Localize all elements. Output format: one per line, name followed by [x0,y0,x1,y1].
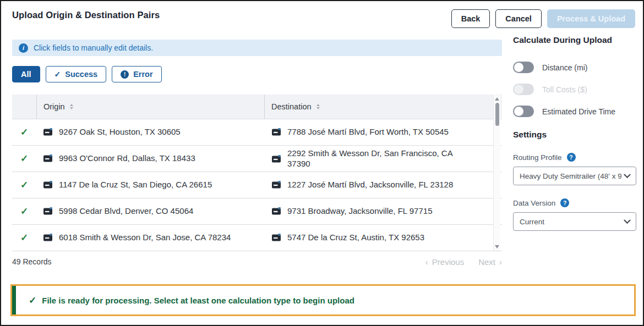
toggle-row: Estimated Drive Time [513,106,637,117]
calculate-during-upload-heading: Calculate During Upload [513,35,637,45]
destination-cell: 2292 Smith & Wesson Dr, San Francisco, C… [264,148,502,169]
chevron-down-icon [624,217,631,224]
address-card-icon [272,207,281,215]
help-icon[interactable]: ? [560,198,569,207]
toggle-label: Distance (mi) [542,63,587,72]
origin-address[interactable]: 9267 Oak St, Houston, TX 30605 [59,127,181,137]
filter-error[interactable]: ! Error [112,66,161,82]
toggle-label: Toll Costs ($) [542,85,587,94]
toolbar: Back Cancel Process & Upload [451,9,635,28]
origin-cell: 9963 O'Connor Rd, Dallas, TX 18433 [36,153,264,163]
origin-column-header[interactable]: Origin [36,95,264,119]
toggle-row: Distance (mi) [513,62,637,73]
status-banner: ✓ File is ready for processing. Select a… [10,284,636,316]
row-status-cell: ✓ [12,206,36,217]
info-banner: i Click fields to manually edit details. [12,40,502,56]
toggle-list: Distance (mi) Toll Costs ($) Estimated D… [513,62,637,117]
destination-cell: 7788 José Martí Blvd, Fort Worth, TX 505… [264,127,502,137]
previous-label: Previous [432,257,464,267]
destination-column-label: Destination [271,102,312,111]
cancel-button[interactable]: Cancel [495,9,542,28]
row-status-cell: ✓ [12,126,36,138]
row-status-cell: ✓ [12,232,36,244]
data-version-label-text: Data Version [513,199,555,207]
address-card-icon [272,234,281,241]
destination-column-header[interactable]: Destination [264,95,502,119]
toggle-switch[interactable] [513,84,534,95]
table-row: ✓ 6018 Smith & Wesson Dr, San Jose, CA 7… [12,225,502,251]
toggle-label: Estimated Drive Time [542,107,615,116]
destination-cell: 1227 José Martí Blvd, Jacksonville, FL 2… [264,180,502,190]
filter-all-label: All [21,70,31,79]
origin-address[interactable]: 5998 Cedar Blvd, Denver, CO 45064 [59,206,193,216]
origin-address[interactable]: 1147 De la Cruz St, San Diego, CA 26615 [59,180,212,190]
filter-tabs: All ✓ Success ! Error [12,66,162,82]
toggle-switch[interactable] [513,106,534,117]
destination-cell: 5747 De la Cruz St, Austin, TX 92653 [264,233,502,242]
chevron-right-icon: › [499,257,502,267]
origin-cell: 9267 Oak St, Houston, TX 30605 [36,127,264,137]
info-banner-text: Click fields to manually edit details. [34,43,153,52]
table-row: ✓ 1147 De la Cruz St, San Diego, CA 2661… [12,172,502,198]
table-footer: 49 Records ‹ Previous Next › [12,253,502,270]
filter-success[interactable]: ✓ Success [46,66,107,82]
address-card-icon [272,155,281,163]
filter-success-label: Success [65,70,97,79]
data-version-value: Current [520,218,621,226]
routing-profile-select[interactable]: Heavy Duty Semitrailer (48' x 96" [513,167,636,185]
sort-icon [316,104,320,109]
destination-address[interactable]: 2292 Smith & Wesson Dr, San Francisco, C… [287,148,476,169]
destination-address[interactable]: 7788 José Martí Blvd, Fort Worth, TX 505… [287,127,449,137]
previous-page-button[interactable]: ‹ Previous [425,257,464,267]
scroll-up-icon[interactable] [495,97,499,101]
status-banner-content: ✓ File is ready for processing. Select a… [16,286,354,314]
upload-origin-destination-dialog: Upload Origin & Destination Pairs Back C… [0,0,644,326]
next-page-button[interactable]: Next › [478,257,502,267]
chevron-down-icon [624,171,631,178]
scroll-down-icon[interactable] [495,245,499,248]
origin-column-label: Origin [43,102,65,111]
help-icon[interactable]: ? [567,153,576,162]
check-icon: ✓ [54,70,61,79]
origin-address[interactable]: 9963 O'Connor Rd, Dallas, TX 18433 [59,153,195,163]
pagination: ‹ Previous Next › [425,257,502,267]
info-icon: i [19,43,28,53]
destination-address[interactable]: 9731 Broadway, Jacksonville, FL 97715 [287,206,433,216]
scrollbar-thumb[interactable] [495,103,499,126]
origin-address[interactable]: 6018 Smith & Wesson Dr, San Jose, CA 782… [59,233,231,242]
origin-cell: 6018 Smith & Wesson Dr, San Jose, CA 782… [36,233,264,242]
toggle-switch[interactable] [513,62,534,73]
pairs-table: Origin Destination ✓ 9267 Oak St, Housto… [12,95,502,251]
row-status-cell: ✓ [12,179,36,191]
destination-address[interactable]: 5747 De la Cruz St, Austin, TX 92653 [287,233,424,242]
toggle-row: Toll Costs ($) [513,84,637,95]
success-check-icon: ✓ [20,153,28,164]
record-count: 49 Records [12,257,52,266]
table-scrollbar[interactable] [493,95,500,251]
check-icon: ✓ [29,295,36,306]
destination-address[interactable]: 1227 José Martí Blvd, Jacksonville, FL 2… [287,180,453,190]
origin-cell: 1147 De la Cruz St, San Diego, CA 26615 [36,180,264,190]
table-row: ✓ 5998 Cedar Blvd, Denver, CO 45064 9731… [12,198,502,225]
status-banner-accent-bar [12,286,16,314]
sidebar: Calculate During Upload Distance (mi) To… [513,35,637,231]
process-upload-button[interactable]: Process & Upload [547,9,635,28]
table-header: Origin Destination [12,95,502,119]
settings-heading: Settings [513,130,637,140]
data-version-select[interactable]: Current [513,212,636,231]
table-row: ✓ 9963 O'Connor Rd, Dallas, TX 18433 229… [12,146,502,172]
data-version-label: Data Version ? [513,198,637,207]
back-button[interactable]: Back [451,9,490,28]
filter-error-label: Error [133,70,152,79]
routing-profile-label: Routing Profile ? [513,153,637,162]
address-card-icon [43,128,53,136]
destination-cell: 9731 Broadway, Jacksonville, FL 97715 [264,206,502,216]
address-card-icon [272,128,281,136]
status-column-header [12,95,36,119]
address-card-icon [43,181,53,189]
filter-all[interactable]: All [12,66,40,82]
error-icon: ! [121,70,129,79]
next-label: Next [478,257,495,267]
origin-cell: 5998 Cedar Blvd, Denver, CO 45064 [36,206,264,216]
address-card-icon [43,234,53,241]
